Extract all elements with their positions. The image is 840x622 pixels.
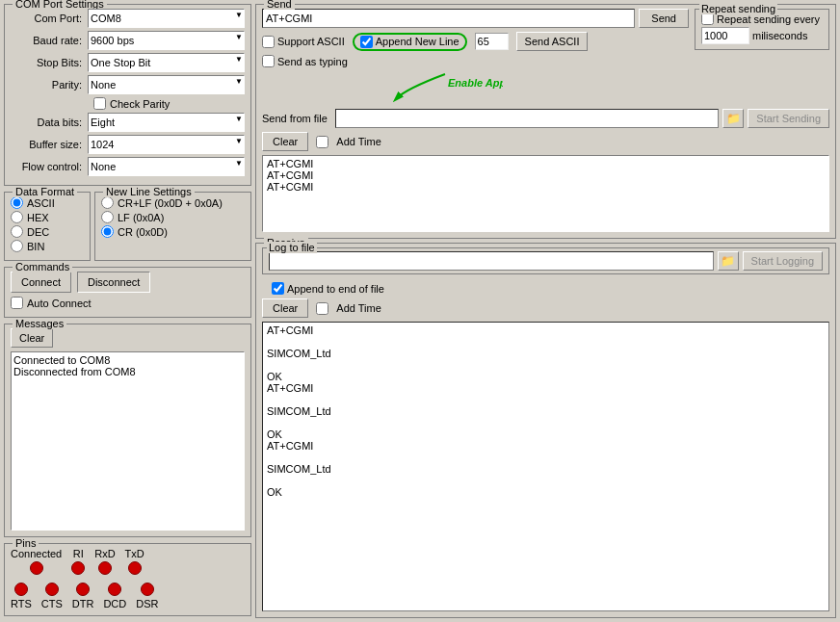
data-format-ascii-radio[interactable] <box>11 196 23 209</box>
receive-group: Receive Log to file 📁 Start Logging <box>255 243 836 618</box>
flow-control-label: Flow control: <box>11 161 88 172</box>
disconnect-button[interactable]: Disconnect <box>77 272 150 293</box>
start-logging-button[interactable]: Start Logging <box>743 251 823 271</box>
pin-txd-label: TxD <box>125 548 144 559</box>
auto-connect-checkbox[interactable] <box>11 297 23 309</box>
receive-add-time-checkbox[interactable] <box>316 302 328 315</box>
append-newline-label: Append New Line <box>376 36 459 47</box>
send-group: Send Send Support ASCII <box>255 4 836 239</box>
commands-group: Commands Connect Disconnect Auto Connect <box>4 267 251 318</box>
repeat-ms-row: miliseconds <box>701 27 823 44</box>
ascii-spinbox[interactable] <box>475 33 509 50</box>
append-to-end-checkbox[interactable] <box>272 282 284 295</box>
baud-rate-row: Baud rate: 9600 bps <box>11 31 245 50</box>
receive-clear-row: Clear Add Time <box>262 298 829 318</box>
buffer-size-select-wrapper: 1024 <box>88 135 245 154</box>
receive-clear-button[interactable]: Clear <box>262 298 308 318</box>
parity-select[interactable]: None <box>88 75 245 94</box>
pin-dcd-label: DCD <box>103 598 126 609</box>
repeat-sending-group: Repeat sending Repeat sending every mili… <box>695 9 829 50</box>
append-newline-checkbox[interactable] <box>360 36 373 48</box>
send-ascii-button[interactable]: Send ASCII <box>516 32 589 51</box>
data-format-dec-radio[interactable] <box>11 225 23 238</box>
baud-rate-label: Baud rate: <box>11 35 88 46</box>
pin-rxd-label: RxD <box>94 548 115 559</box>
send-log-area: AT+CGMI AT+CGMI AT+CGMI <box>262 155 829 232</box>
data-bits-label: Data bits: <box>11 117 88 128</box>
pin-cts: CTS <box>41 581 63 609</box>
file-path-input[interactable] <box>335 109 719 128</box>
commands-buttons: Connect Disconnect <box>11 272 245 293</box>
send-as-typing-checkbox[interactable] <box>262 55 275 67</box>
pin-dtr-led <box>76 583 90 596</box>
support-ascii-checkbox[interactable] <box>262 36 275 48</box>
pins-title: Pins <box>13 537 39 549</box>
pin-ri-label: RI <box>73 548 84 559</box>
send-title: Send <box>264 0 295 10</box>
newline-lf-radio[interactable] <box>101 211 114 223</box>
data-format-hex-radio[interactable] <box>11 211 23 223</box>
stop-bits-label: Stop Bits: <box>11 57 88 68</box>
send-clear-button[interactable]: Clear <box>262 132 308 151</box>
pin-connected: Connected <box>11 548 62 577</box>
file-browse-button[interactable]: 📁 <box>722 109 744 128</box>
pin-connected-led <box>30 561 43 575</box>
receive-add-time-label: Add Time <box>336 302 381 314</box>
annotation-arrow-svg: Enable Append new line <box>387 69 503 103</box>
recv-log-line-12 <box>267 452 825 463</box>
recv-log-line-13: SIMCOM_Ltd <box>267 463 825 475</box>
send-log-line-3: AT+CGMI <box>267 181 825 193</box>
connect-button[interactable]: Connect <box>11 272 71 293</box>
send-add-time-checkbox[interactable] <box>316 136 328 148</box>
log-file-browse-button[interactable]: 📁 <box>718 251 739 271</box>
pin-dsr-label: DSR <box>136 598 158 609</box>
newline-cr-radio[interactable] <box>101 225 114 238</box>
send-log-line-1: AT+CGMI <box>267 158 825 169</box>
buffer-size-select[interactable]: 1024 <box>88 135 245 154</box>
recv-log-line-2 <box>267 336 825 348</box>
send-as-typing-row: Send as typing <box>262 55 689 67</box>
data-bits-select[interactable]: Eight <box>88 113 245 132</box>
format-newline-section: Data Format ASCII HEX DEC BIN <box>4 192 251 263</box>
data-format-bin-radio[interactable] <box>11 240 23 252</box>
recv-log-line-5: OK <box>267 371 825 382</box>
com-port-select[interactable]: COM8 <box>88 9 245 28</box>
auto-connect-label: Auto Connect <box>27 298 92 309</box>
com-port-label: Com Port: <box>11 13 88 24</box>
send-clear-row: Clear Add Time <box>262 132 829 151</box>
check-parity-checkbox[interactable] <box>93 97 106 110</box>
stop-bits-select-wrapper: One Stop Bit <box>88 53 245 72</box>
messages-area: Connected to COM8 Disconnected from COM8 <box>11 351 245 531</box>
pin-txd-led <box>128 561 142 575</box>
baud-rate-select[interactable]: 9600 bps <box>88 31 245 50</box>
repeat-ms-input[interactable] <box>701 27 749 44</box>
recv-log-line-4 <box>267 359 825 371</box>
support-ascii-label: Support ASCII <box>277 36 345 47</box>
command-input[interactable] <box>262 9 635 28</box>
flow-control-select[interactable]: None <box>88 157 245 176</box>
pin-ri-led <box>71 561 85 575</box>
messages-clear-button[interactable]: Clear <box>11 328 53 348</box>
append-newline-option: Append New Line <box>353 33 467 51</box>
check-parity-row: Check Parity <box>11 97 245 110</box>
com-port-row: Com Port: COM8 <box>11 9 245 28</box>
stop-bits-select[interactable]: One Stop Bit <box>88 53 245 72</box>
pin-rts-led <box>14 583 28 596</box>
data-format-hex: HEX <box>11 211 84 223</box>
send-options-row: Support ASCII Append New Line Send ASCII <box>262 32 689 51</box>
pin-rxd: RxD <box>94 548 115 577</box>
send-left: Send Support ASCII Append New Line <box>262 9 689 107</box>
parity-row: Parity: None <box>11 75 245 94</box>
log-file-path-input[interactable] <box>269 251 714 271</box>
flow-control-row: Flow control: None <box>11 157 245 176</box>
start-sending-button[interactable]: Start Sending <box>748 109 829 128</box>
append-to-end-row: Append to end of file <box>262 282 829 295</box>
newline-crlf-radio[interactable] <box>101 196 114 209</box>
pin-dsr: DSR <box>136 581 158 609</box>
recv-log-line-14 <box>267 475 825 486</box>
messages-group: Messages Clear Connected to COM8 Disconn… <box>4 324 251 537</box>
send-button[interactable]: Send <box>639 9 689 28</box>
parity-label: Parity: <box>11 79 88 91</box>
pin-rxd-led <box>98 561 112 575</box>
log-file-row: 📁 Start Logging <box>269 251 823 271</box>
